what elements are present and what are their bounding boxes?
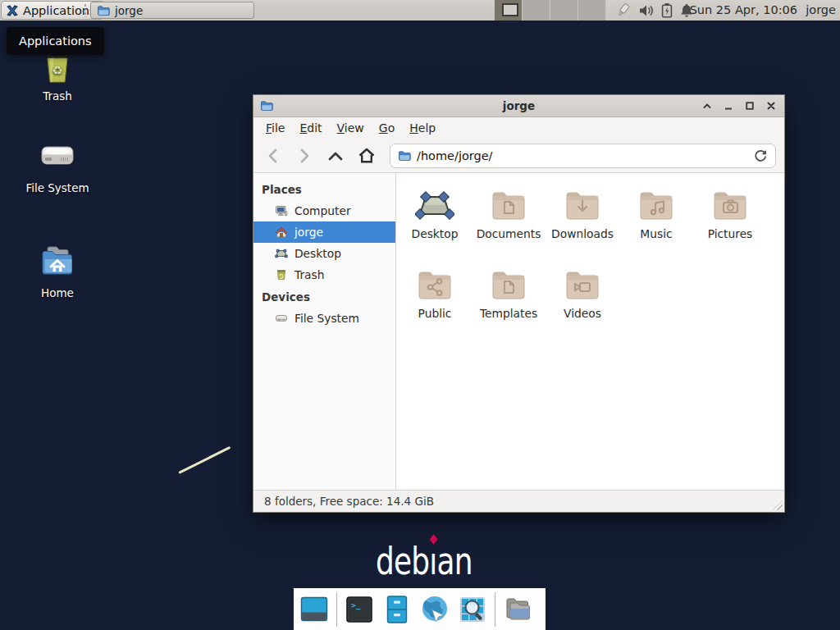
menu-edit[interactable]: Edit <box>292 119 329 137</box>
tray-stylus-icon[interactable] <box>614 2 632 19</box>
dock: >_ <box>294 588 546 630</box>
workspace-2[interactable] <box>523 0 550 21</box>
folder-template-icon <box>472 264 546 304</box>
trash-icon <box>275 268 288 281</box>
dock-separator <box>336 592 337 627</box>
path-folder-icon <box>398 149 411 162</box>
file-item-videos[interactable]: Videos <box>546 264 619 344</box>
folder-camera-icon <box>693 185 767 224</box>
folder-document-icon <box>472 185 546 224</box>
directory-menu-icon <box>502 594 533 625</box>
forward-button[interactable] <box>293 144 315 167</box>
close-button[interactable] <box>764 99 778 113</box>
file-item-documents[interactable]: Documents <box>472 185 546 264</box>
applications-tooltip: Applications <box>7 27 104 55</box>
workspace-4[interactable] <box>578 0 606 21</box>
file-item-pictures[interactable]: Pictures <box>693 185 767 264</box>
resize-grip[interactable] <box>773 500 783 510</box>
status-text: 8 folders, Free space: 14.4 GiB <box>264 495 434 508</box>
file-item-downloads[interactable]: Downloads <box>546 185 619 264</box>
svg-text:♻: ♻ <box>52 63 62 78</box>
maximize-button[interactable] <box>742 99 756 113</box>
path-bar-input[interactable]: /home/jorge/ <box>390 144 776 168</box>
panel-handle[interactable] <box>84 3 88 17</box>
status-bar: 8 folders, Free space: 14.4 GiB <box>253 490 784 512</box>
home-icon <box>275 226 288 239</box>
file-item-public[interactable]: Public <box>398 264 472 344</box>
window-folder-icon <box>97 4 110 17</box>
desktop-special-icon <box>398 185 472 224</box>
path-text[interactable]: /home/jorge/ <box>417 149 747 162</box>
window-titlebar[interactable]: jorge <box>253 95 784 117</box>
file-item-music[interactable]: Music <box>619 185 693 264</box>
up-button[interactable] <box>324 144 346 167</box>
tooltip-text: Applications <box>19 34 92 48</box>
file-item-label: Templates <box>472 307 546 320</box>
tray-volume-icon[interactable] <box>638 3 655 18</box>
panel-user-label[interactable]: jorge <box>806 0 836 21</box>
sidebar-item-trash[interactable]: Trash <box>253 264 395 285</box>
file-item-label: Desktop <box>398 227 472 240</box>
sidebar-item-jorge[interactable]: jorge <box>253 221 395 243</box>
file-list: DesktopDocumentsDownloadsMusicPicturesPu… <box>396 173 784 490</box>
terminal-icon: >_ <box>344 594 375 625</box>
menu-file[interactable]: File <box>258 119 292 137</box>
sidebar-item-label: Desktop <box>294 247 341 260</box>
debian-red-dot <box>429 534 437 545</box>
sidebar-header-places: Places <box>253 178 395 200</box>
back-button[interactable] <box>262 144 284 167</box>
sidebar-header-devices: Devices <box>253 285 395 308</box>
workspace-switcher <box>495 0 606 21</box>
dock-separator <box>495 592 495 627</box>
reload-icon[interactable] <box>753 148 768 163</box>
sidebar-item-desktop[interactable]: Desktop <box>253 243 395 264</box>
desktop-icon <box>275 247 288 260</box>
workspace-3[interactable] <box>550 0 578 21</box>
drive-icon <box>275 312 288 325</box>
minimize-button[interactable] <box>721 99 735 113</box>
system-tray <box>614 0 694 21</box>
top-panel: Applications jorge Sun 25 Apr, 10:06 jor… <box>0 0 840 21</box>
file-item-templates[interactable]: Templates <box>472 264 546 344</box>
workspace-1[interactable] <box>495 0 523 21</box>
panel-clock[interactable]: Sun 25 Apr, 10:06 <box>690 0 797 21</box>
show-desktop-icon <box>299 594 330 625</box>
drive-icon <box>21 138 94 176</box>
menu-go[interactable]: Go <box>372 119 402 137</box>
sidebar-item-label: Computer <box>294 204 351 217</box>
desktop-icon-home[interactable]: Home <box>21 243 94 299</box>
dock-item-file-cabinet[interactable] <box>381 594 413 625</box>
folder-share-icon <box>398 264 472 304</box>
sidebar-item-computer[interactable]: Computer <box>253 200 395 221</box>
computer-icon <box>275 204 288 217</box>
home-icon <box>21 243 94 281</box>
folder-music-icon <box>619 185 693 224</box>
applications-menu-button[interactable]: Applications <box>1 1 104 20</box>
desktop-icon-file-system[interactable]: File System <box>21 138 94 194</box>
dock-item-web-browser[interactable] <box>419 594 450 625</box>
stray-line-artifact <box>178 446 231 474</box>
dock-item-directory-menu[interactable] <box>502 594 533 625</box>
file-item-label: Documents <box>472 227 546 240</box>
desktop-icon-label: Trash <box>21 89 94 103</box>
file-item-label: Music <box>619 227 693 240</box>
dock-item-terminal[interactable]: >_ <box>344 594 375 625</box>
desktop-icon-label: File System <box>21 181 94 194</box>
dock-item-app-finder[interactable] <box>457 594 488 625</box>
sidebar-item-file-system[interactable]: File System <box>253 308 395 329</box>
file-item-label: Videos <box>546 307 619 320</box>
menu-help[interactable]: Help <box>402 119 443 137</box>
folder-download-icon <box>546 185 619 224</box>
folder-video-icon <box>546 264 619 304</box>
shade-button[interactable] <box>700 99 714 113</box>
taskbar-window-label: jorge <box>115 4 143 17</box>
dock-item-show-desktop[interactable] <box>299 594 330 625</box>
menu-view[interactable]: View <box>330 119 372 137</box>
taskbar-window-button[interactable]: jorge <box>90 2 254 19</box>
file-item-desktop[interactable]: Desktop <box>398 185 472 264</box>
sidebar-item-label: jorge <box>294 226 323 239</box>
menu-bar: FileEditViewGoHelp <box>253 117 784 139</box>
sidebar-item-label: File System <box>294 312 359 325</box>
home-button[interactable] <box>355 144 377 167</box>
tray-battery-charging-icon[interactable] <box>661 2 673 18</box>
